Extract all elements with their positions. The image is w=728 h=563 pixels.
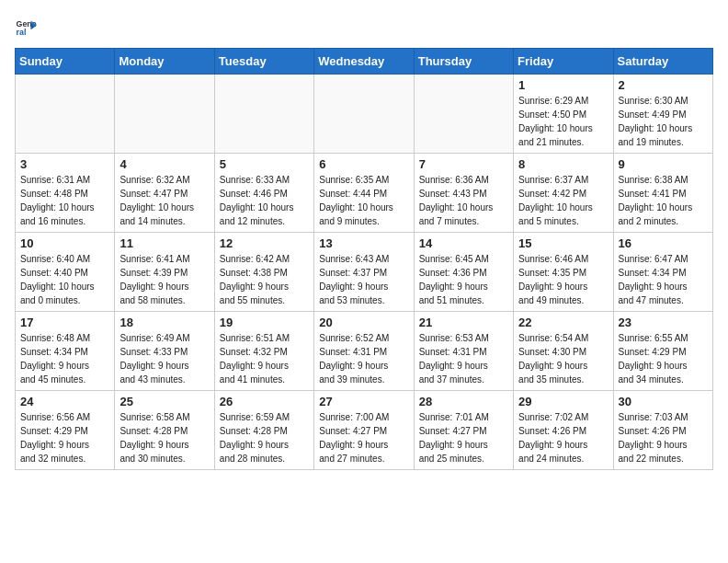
day-number: 7 [419, 157, 508, 171]
day-number: 24 [20, 395, 109, 408]
day-info: Sunrise: 6:38 AM Sunset: 4:41 PM Dayligh… [619, 173, 708, 228]
calendar-cell: 4Sunrise: 6:32 AM Sunset: 4:47 PM Daylig… [115, 154, 214, 233]
day-number: 5 [220, 157, 309, 171]
calendar-cell [314, 75, 414, 154]
day-info: Sunrise: 6:41 AM Sunset: 4:39 PM Dayligh… [119, 252, 209, 307]
calendar-cell: 18Sunrise: 6:49 AM Sunset: 4:33 PM Dayli… [115, 312, 214, 391]
day-info: Sunrise: 7:03 AM Sunset: 4:26 PM Dayligh… [619, 410, 708, 465]
day-info: Sunrise: 6:37 AM Sunset: 4:42 PM Dayligh… [518, 173, 608, 228]
day-number: 15 [518, 236, 608, 250]
day-info: Sunrise: 6:32 AM Sunset: 4:47 PM Dayligh… [119, 173, 209, 228]
day-number: 14 [419, 236, 508, 250]
day-info: Sunrise: 6:35 AM Sunset: 4:44 PM Dayligh… [319, 173, 408, 228]
calendar-cell: 10Sunrise: 6:40 AM Sunset: 4:40 PM Dayli… [16, 233, 115, 312]
calendar-cell [214, 75, 313, 154]
day-number: 22 [518, 316, 608, 329]
calendar-cell: 16Sunrise: 6:47 AM Sunset: 4:34 PM Dayli… [613, 233, 712, 312]
calendar-cell: 24Sunrise: 6:56 AM Sunset: 4:29 PM Dayli… [16, 391, 115, 470]
day-number: 27 [319, 395, 408, 408]
calendar-cell: 15Sunrise: 6:46 AM Sunset: 4:35 PM Dayli… [514, 233, 613, 312]
day-number: 23 [619, 316, 708, 329]
week-row-2: 3Sunrise: 6:31 AM Sunset: 4:48 PM Daylig… [16, 154, 713, 233]
day-info: Sunrise: 6:43 AM Sunset: 4:37 PM Dayligh… [319, 252, 408, 307]
day-number: 10 [20, 236, 109, 250]
calendar-cell: 5Sunrise: 6:33 AM Sunset: 4:46 PM Daylig… [214, 154, 313, 233]
calendar-cell [115, 75, 214, 154]
day-number: 2 [619, 78, 708, 92]
day-number: 4 [119, 157, 209, 171]
day-info: Sunrise: 6:36 AM Sunset: 4:43 PM Dayligh… [419, 173, 508, 228]
calendar-cell: 21Sunrise: 6:53 AM Sunset: 4:31 PM Dayli… [414, 312, 513, 391]
calendar-cell: 6Sunrise: 6:35 AM Sunset: 4:44 PM Daylig… [314, 154, 414, 233]
calendar-cell: 2Sunrise: 6:30 AM Sunset: 4:49 PM Daylig… [613, 75, 712, 154]
day-number: 20 [319, 316, 408, 329]
weekday-header-thursday: Thursday [414, 49, 513, 75]
calendar-cell: 28Sunrise: 7:01 AM Sunset: 4:27 PM Dayli… [414, 391, 513, 470]
day-number: 3 [20, 157, 109, 171]
day-info: Sunrise: 6:58 AM Sunset: 4:28 PM Dayligh… [119, 410, 209, 465]
day-number: 18 [119, 316, 209, 329]
day-info: Sunrise: 6:59 AM Sunset: 4:28 PM Dayligh… [220, 410, 309, 465]
calendar-cell: 20Sunrise: 6:52 AM Sunset: 4:31 PM Dayli… [314, 312, 414, 391]
day-number: 26 [220, 395, 309, 408]
calendar-cell: 25Sunrise: 6:58 AM Sunset: 4:28 PM Dayli… [115, 391, 214, 470]
calendar-cell: 22Sunrise: 6:54 AM Sunset: 4:30 PM Dayli… [514, 312, 613, 391]
day-info: Sunrise: 6:49 AM Sunset: 4:33 PM Dayligh… [119, 331, 209, 386]
logo-icon: Gene ral [15, 15, 37, 37]
day-info: Sunrise: 6:56 AM Sunset: 4:29 PM Dayligh… [20, 410, 109, 465]
day-number: 8 [518, 157, 608, 171]
calendar-cell: 26Sunrise: 6:59 AM Sunset: 4:28 PM Dayli… [214, 391, 313, 470]
day-number: 28 [419, 395, 508, 408]
calendar-cell: 7Sunrise: 6:36 AM Sunset: 4:43 PM Daylig… [414, 154, 513, 233]
calendar-table: SundayMondayTuesdayWednesdayThursdayFrid… [15, 48, 713, 470]
day-number: 17 [20, 316, 109, 329]
calendar-cell: 30Sunrise: 7:03 AM Sunset: 4:26 PM Dayli… [613, 391, 712, 470]
logo: Gene ral [15, 15, 40, 37]
day-number: 13 [319, 236, 408, 250]
day-info: Sunrise: 6:46 AM Sunset: 4:35 PM Dayligh… [518, 252, 608, 307]
weekday-header-tuesday: Tuesday [214, 49, 313, 75]
day-info: Sunrise: 7:02 AM Sunset: 4:26 PM Dayligh… [518, 410, 608, 465]
calendar-cell [16, 75, 115, 154]
weekday-header-friday: Friday [514, 49, 613, 75]
day-info: Sunrise: 7:00 AM Sunset: 4:27 PM Dayligh… [319, 410, 408, 465]
day-info: Sunrise: 6:42 AM Sunset: 4:38 PM Dayligh… [220, 252, 309, 307]
svg-text:ral: ral [17, 28, 27, 37]
page-header: Gene ral [15, 15, 713, 37]
day-info: Sunrise: 6:31 AM Sunset: 4:48 PM Dayligh… [20, 173, 109, 228]
day-info: Sunrise: 6:47 AM Sunset: 4:34 PM Dayligh… [619, 252, 708, 307]
day-number: 9 [619, 157, 708, 171]
calendar-cell: 27Sunrise: 7:00 AM Sunset: 4:27 PM Dayli… [314, 391, 414, 470]
day-number: 6 [319, 157, 408, 171]
calendar-cell: 8Sunrise: 6:37 AM Sunset: 4:42 PM Daylig… [514, 154, 613, 233]
calendar-cell: 19Sunrise: 6:51 AM Sunset: 4:32 PM Dayli… [214, 312, 313, 391]
weekday-header-saturday: Saturday [613, 49, 712, 75]
weekday-header-row: SundayMondayTuesdayWednesdayThursdayFrid… [16, 49, 713, 75]
day-number: 30 [619, 395, 708, 408]
calendar-cell: 17Sunrise: 6:48 AM Sunset: 4:34 PM Dayli… [16, 312, 115, 391]
day-number: 16 [619, 236, 708, 250]
calendar-cell: 9Sunrise: 6:38 AM Sunset: 4:41 PM Daylig… [613, 154, 712, 233]
day-info: Sunrise: 6:29 AM Sunset: 4:50 PM Dayligh… [518, 94, 608, 149]
day-info: Sunrise: 6:33 AM Sunset: 4:46 PM Dayligh… [220, 173, 309, 228]
week-row-1: 1Sunrise: 6:29 AM Sunset: 4:50 PM Daylig… [16, 75, 713, 154]
calendar-cell: 14Sunrise: 6:45 AM Sunset: 4:36 PM Dayli… [414, 233, 513, 312]
weekday-header-monday: Monday [115, 49, 214, 75]
day-number: 1 [518, 78, 608, 92]
calendar-cell [414, 75, 513, 154]
week-row-4: 17Sunrise: 6:48 AM Sunset: 4:34 PM Dayli… [16, 312, 713, 391]
day-number: 11 [119, 236, 209, 250]
day-info: Sunrise: 6:40 AM Sunset: 4:40 PM Dayligh… [20, 252, 109, 307]
calendar-cell: 29Sunrise: 7:02 AM Sunset: 4:26 PM Dayli… [514, 391, 613, 470]
day-number: 25 [119, 395, 209, 408]
calendar-cell: 23Sunrise: 6:55 AM Sunset: 4:29 PM Dayli… [613, 312, 712, 391]
day-info: Sunrise: 6:54 AM Sunset: 4:30 PM Dayligh… [518, 331, 608, 386]
calendar-cell: 11Sunrise: 6:41 AM Sunset: 4:39 PM Dayli… [115, 233, 214, 312]
weekday-header-sunday: Sunday [16, 49, 115, 75]
week-row-5: 24Sunrise: 6:56 AM Sunset: 4:29 PM Dayli… [16, 391, 713, 470]
calendar-cell: 13Sunrise: 6:43 AM Sunset: 4:37 PM Dayli… [314, 233, 414, 312]
day-info: Sunrise: 6:55 AM Sunset: 4:29 PM Dayligh… [619, 331, 708, 386]
day-info: Sunrise: 6:52 AM Sunset: 4:31 PM Dayligh… [319, 331, 408, 386]
calendar-cell: 1Sunrise: 6:29 AM Sunset: 4:50 PM Daylig… [514, 75, 613, 154]
day-number: 21 [419, 316, 508, 329]
